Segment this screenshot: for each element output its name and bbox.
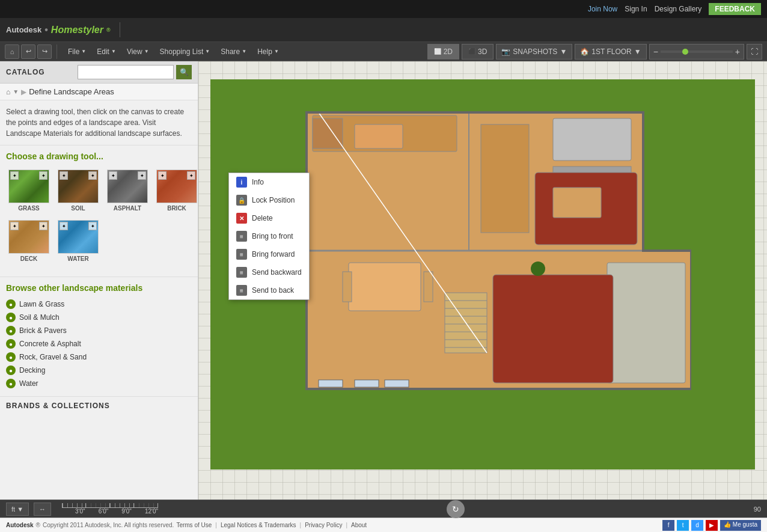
help-menu[interactable]: Help▼ bbox=[252, 45, 284, 58]
browse-water[interactable]: ● Water bbox=[6, 377, 192, 390]
deck-corner-icon-tl: ✦ bbox=[10, 222, 19, 230]
redo-button[interactable]: ↪ bbox=[37, 44, 52, 59]
zoom-in-button[interactable]: + bbox=[735, 47, 740, 57]
logo-divider bbox=[120, 22, 120, 37]
deck-corner-icon-tr: ✦ bbox=[39, 222, 47, 230]
sign-in-link[interactable]: Sign In bbox=[625, 5, 647, 13]
drawing-tools-section: Choose a drawing tool... ✦ ✦ GRASS ✦ ✦ S… bbox=[0, 145, 198, 277]
breadcrumb-dropdown[interactable]: ▼ bbox=[13, 88, 19, 95]
view-menu[interactable]: View▼ bbox=[122, 45, 154, 58]
fullscreen-button[interactable]: ⛶ bbox=[747, 44, 762, 60]
browse-lawn-grass[interactable]: ● Lawn & Grass bbox=[6, 298, 192, 311]
catalog-header: CATALOG 🔍 bbox=[0, 61, 198, 84]
floor-button[interactable]: 🏠 1ST FLOOR ▼ bbox=[575, 44, 646, 60]
grass-tool[interactable]: ✦ ✦ GRASS bbox=[6, 167, 52, 214]
browse-concrete-asphalt[interactable]: ● Concrete & Asphalt bbox=[6, 337, 192, 350]
app-logo: Autodesk • Homestyler ® bbox=[6, 25, 111, 35]
soil-corner-icon-tr: ✦ bbox=[88, 171, 97, 180]
zoom-out-button[interactable]: − bbox=[653, 47, 658, 57]
delicious-icon[interactable]: d bbox=[691, 520, 703, 531]
svg-rect-15 bbox=[493, 275, 613, 383]
send-to-back-icon: ≡ bbox=[236, 285, 247, 296]
toolbar-icons: ⌂ ↩ ↪ bbox=[5, 44, 57, 59]
file-menu[interactable]: File▼ bbox=[63, 45, 91, 58]
privacy-link[interactable]: Privacy Policy bbox=[305, 522, 342, 528]
brick-pavers-icon: ● bbox=[6, 326, 16, 335]
brick-tool[interactable]: ✦ ✦ BRICK bbox=[154, 167, 198, 214]
edit-menu[interactable]: Edit▼ bbox=[92, 45, 121, 58]
feedback-button[interactable]: FEEDBACK bbox=[709, 3, 761, 15]
svg-rect-12 bbox=[343, 272, 352, 302]
search-button[interactable]: 🔍 bbox=[176, 65, 192, 79]
send-backward-icon: ≡ bbox=[236, 267, 247, 278]
undo-button[interactable]: ↩ bbox=[21, 44, 35, 59]
scale-marks bbox=[62, 503, 158, 508]
snapshots-button[interactable]: 📷 SNAPSHOTS ▼ bbox=[496, 44, 572, 60]
registered-mark: ® bbox=[106, 27, 111, 33]
zoom-slider[interactable] bbox=[661, 50, 733, 53]
design-gallery-link[interactable]: Design Gallery bbox=[655, 5, 702, 13]
concrete-asphalt-icon: ● bbox=[6, 339, 16, 349]
svg-rect-13 bbox=[424, 272, 433, 302]
twitter-icon[interactable]: t bbox=[677, 520, 689, 531]
deck-thumb: ✦ ✦ bbox=[8, 220, 49, 254]
orientation-button[interactable]: ↻ bbox=[447, 500, 465, 518]
canvas-area[interactable]: i Info 🔒 Lock Position ✕ Delete ≡ Bring … bbox=[198, 61, 767, 500]
ctx-info[interactable]: i Info bbox=[229, 173, 309, 191]
svg-point-16 bbox=[531, 261, 545, 276]
browse-brick-pavers[interactable]: ● Brick & Pavers bbox=[6, 324, 192, 337]
bring-forward-icon: ≡ bbox=[236, 249, 247, 260]
join-now-link[interactable]: Join Now bbox=[588, 5, 617, 13]
brick-tool-label: BRICK bbox=[167, 205, 186, 212]
asphalt-tool[interactable]: ✦ ✦ ASPHALT bbox=[105, 167, 150, 214]
svg-rect-4 bbox=[313, 118, 343, 148]
browse-soil-mulch[interactable]: ● Soil & Mulch bbox=[6, 311, 192, 324]
menubar: ⌂ ↩ ↪ File▼ Edit▼ View▼ Shopping List▼ S… bbox=[0, 42, 767, 61]
svg-rect-6 bbox=[553, 118, 631, 161]
deck-tool-label: DECK bbox=[20, 255, 37, 262]
shopping-list-menu[interactable]: Shopping List▼ bbox=[155, 45, 215, 58]
browse-rock-gravel[interactable]: ● Rock, Gravel & Sand bbox=[6, 350, 192, 364]
ctx-delete-label: Delete bbox=[252, 214, 273, 222]
ctx-bring-fwd-label: Bring forward bbox=[252, 250, 295, 258]
footer: Autodesk ® Copyright 2011 Autodesk, Inc.… bbox=[0, 518, 767, 532]
home-toolbar-button[interactable]: ⌂ bbox=[5, 44, 19, 59]
facebook-icon[interactable]: f bbox=[662, 520, 674, 531]
scale-ruler: 3'0" 6'0" 9'0" 12'0" bbox=[62, 503, 158, 515]
ctx-lock-position[interactable]: 🔒 Lock Position bbox=[229, 191, 309, 209]
legal-link[interactable]: Legal Notices & Trademarks bbox=[221, 522, 296, 528]
about-link[interactable]: About bbox=[351, 522, 367, 528]
view-3d-button[interactable]: ⬛ 3D bbox=[462, 44, 494, 60]
sidebar: CATALOG 🔍 ⌂ ▼ ▶ Define Landscape Areas S… bbox=[0, 61, 198, 500]
water-tool[interactable]: ✦ ✦ WATER bbox=[55, 218, 101, 264]
scale-seg-1 bbox=[62, 503, 86, 507]
soil-corner-icon-tl: ✦ bbox=[60, 171, 68, 180]
deck-tool[interactable]: ✦ ✦ DECK bbox=[6, 218, 52, 264]
like-button[interactable]: 👍 Me gusta bbox=[720, 520, 761, 531]
home-breadcrumb-icon[interactable]: ⌂ bbox=[6, 88, 10, 96]
ctx-send-to-back[interactable]: ≡ Send to back bbox=[229, 281, 309, 299]
asphalt-thumb: ✦ ✦ bbox=[107, 170, 148, 203]
ctx-send-backward[interactable]: ≡ Send backward bbox=[229, 263, 309, 281]
search-input[interactable] bbox=[78, 65, 174, 79]
scale-120: 12'0" bbox=[145, 508, 158, 515]
concrete-asphalt-label: Concrete & Asphalt bbox=[19, 340, 81, 348]
water-label: Water bbox=[19, 379, 38, 388]
soil-tool[interactable]: ✦ ✦ SOIL bbox=[55, 167, 101, 214]
unit-button[interactable]: ft ▼ bbox=[6, 503, 29, 516]
terms-link[interactable]: Terms of Use bbox=[176, 522, 212, 528]
measure-button[interactable]: ↔ bbox=[34, 503, 51, 516]
ctx-bring-to-front[interactable]: ≡ Bring to front bbox=[229, 227, 309, 245]
instructions-text: Select a drawing tool, then click on the… bbox=[0, 100, 198, 145]
ctx-bring-forward[interactable]: ≡ Bring forward bbox=[229, 245, 309, 263]
ctx-delete[interactable]: ✕ Delete bbox=[229, 209, 309, 227]
share-menu[interactable]: Share▼ bbox=[216, 45, 251, 58]
view-2d-button[interactable]: ⬜ 2D bbox=[427, 44, 459, 60]
browse-decking[interactable]: ● Decking bbox=[6, 364, 192, 377]
svg-rect-5 bbox=[355, 124, 403, 148]
water-corner-icon-tr: ✦ bbox=[88, 222, 97, 230]
svg-rect-25 bbox=[319, 380, 343, 387]
scale-90: 9'0" bbox=[121, 508, 132, 515]
grass-corner-icon-tr: ✦ bbox=[39, 171, 47, 180]
youtube-icon[interactable]: ▶ bbox=[706, 520, 718, 531]
